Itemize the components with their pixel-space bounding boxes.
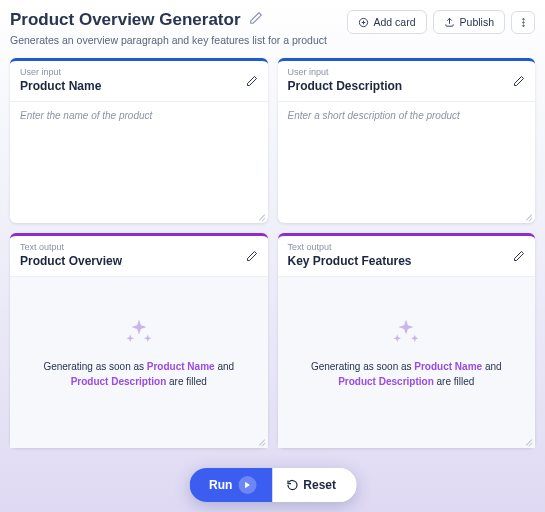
ref-product-name: Product Name: [414, 361, 482, 372]
edit-card-icon[interactable]: [246, 73, 258, 91]
play-icon: [238, 476, 256, 494]
product-name-input[interactable]: Enter the name of the product: [10, 102, 268, 223]
card-type-label: Text output: [288, 242, 526, 252]
more-menu-button[interactable]: [511, 11, 535, 34]
publish-label: Publish: [460, 16, 494, 28]
footer-actions: Run Reset: [189, 468, 356, 502]
edit-title-icon[interactable]: [249, 11, 263, 29]
card-title: Product Overview: [20, 254, 258, 268]
sparkle-icon: [391, 317, 421, 347]
reset-icon: [286, 479, 298, 491]
card-product-description: User input Product Description Enter a s…: [278, 58, 536, 223]
resize-handle-icon[interactable]: [256, 436, 266, 446]
ref-product-description: Product Description: [338, 376, 434, 387]
card-product-overview: Text output Product Overview Generating …: [10, 233, 268, 448]
card-type-label: User input: [20, 67, 258, 77]
sparkle-icon: [124, 317, 154, 347]
edit-card-icon[interactable]: [246, 248, 258, 266]
generation-status: Generating as soon as Product Name and P…: [24, 359, 254, 389]
resize-handle-icon[interactable]: [523, 211, 533, 221]
product-description-input[interactable]: Enter a short description of the product: [278, 102, 536, 223]
generation-status: Generating as soon as Product Name and P…: [292, 359, 522, 389]
card-product-name: User input Product Name Enter the name o…: [10, 58, 268, 223]
card-type-label: User input: [288, 67, 526, 77]
ref-product-name: Product Name: [147, 361, 215, 372]
svg-point-1: [522, 18, 523, 19]
publish-button[interactable]: Publish: [433, 10, 505, 34]
run-button[interactable]: Run: [189, 468, 272, 502]
add-card-label: Add card: [374, 16, 416, 28]
resize-handle-icon[interactable]: [256, 211, 266, 221]
page-title: Product Overview Generator: [10, 10, 241, 30]
card-type-label: Text output: [20, 242, 258, 252]
edit-card-icon[interactable]: [513, 248, 525, 266]
resize-handle-icon[interactable]: [523, 436, 533, 446]
edit-card-icon[interactable]: [513, 73, 525, 91]
card-title: Product Name: [20, 79, 258, 93]
reset-label: Reset: [303, 478, 336, 492]
card-key-features: Text output Key Product Features Generat…: [278, 233, 536, 448]
svg-point-3: [522, 24, 523, 25]
svg-point-2: [522, 21, 523, 22]
add-card-button[interactable]: Add card: [347, 10, 427, 34]
reset-button[interactable]: Reset: [272, 468, 356, 502]
ref-product-description: Product Description: [71, 376, 167, 387]
page-subtitle: Generates an overview paragraph and key …: [10, 34, 347, 46]
card-title: Key Product Features: [288, 254, 526, 268]
card-title: Product Description: [288, 79, 526, 93]
run-label: Run: [209, 478, 232, 492]
